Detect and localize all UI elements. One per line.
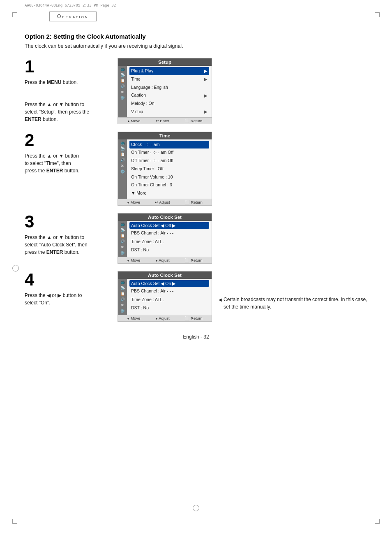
sidebar-icon-2: 📋 xyxy=(120,79,125,83)
tv-title: Setup xyxy=(118,58,212,66)
tv-menu: Plug & Play ▶ Time ▶ Language : English … xyxy=(127,66,212,117)
menu-item-label: V-chip xyxy=(131,109,143,115)
menu-item: ▼ More xyxy=(129,189,209,197)
sidebar-icon-1: 📡 xyxy=(120,228,125,232)
tv-menu: Auto Clock Set ◀ Off ▶ PBS Channel : Air… xyxy=(127,221,212,257)
menu-item-label: PBS Channel xyxy=(131,230,157,235)
step-2: 2Press the ▲ or ▼ buttonto select "Time"… xyxy=(25,132,367,206)
tv-sidebar: 📺📡📋🔊✖⚙️ xyxy=(118,279,127,315)
menu-item-value: : Air - - - xyxy=(158,288,173,293)
menu-item-label: Time xyxy=(131,76,141,83)
sidebar-icon-5: ⚙️ xyxy=(120,96,125,100)
step-left-4: 4Press the ◀ or ▶ button toselect "On". xyxy=(25,271,111,306)
sidebar-icon-5: ⚙️ xyxy=(120,251,125,255)
tv-body: 📺📡📋🔊✖⚙️ Plug & Play ▶ Time ▶ Language : … xyxy=(118,66,212,117)
corner-mark-tl xyxy=(12,12,17,17)
tv-menu: Clock - -:- - am On Timer - -:- - am Off… xyxy=(127,139,212,199)
sidebar-icon-2: 📋 xyxy=(120,292,125,296)
step-screen-3: Auto Clock Set 📺📡📋🔊✖⚙️ Auto Clock Set ◀ … xyxy=(118,213,212,264)
footer-move: ⬥ Move xyxy=(127,200,140,204)
sidebar-icon-4: ✖ xyxy=(121,304,124,307)
tv-screen: Auto Clock Set 📺📡📋🔊✖⚙️ Auto Clock Set ◀ … xyxy=(118,213,212,264)
menu-item: PBS Channel : Air - - - xyxy=(129,229,209,237)
menu-item: On Timer Volume : 10 xyxy=(129,173,209,181)
menu-item-value: : ATL. xyxy=(153,297,164,302)
menu-item-label: DST xyxy=(131,247,140,252)
sidebar-icon-1: 📡 xyxy=(120,147,125,151)
tv-sidebar: 📺📡📋🔊✖⚙️ xyxy=(118,139,127,199)
menu-item-label: Plug & Play xyxy=(131,68,153,74)
arrow-icon: ▶ xyxy=(204,109,208,115)
menu-item-label: Sleep Timer : Off xyxy=(131,166,164,172)
footer-return: ⬜ Return xyxy=(185,200,203,204)
menu-item-label: DST xyxy=(131,305,140,310)
tv-title: Auto Clock Set xyxy=(118,271,212,279)
menu-item: Melody : On xyxy=(129,100,209,108)
menu-item-label: Off Timer - -:- - am Off xyxy=(131,158,173,164)
menu-item: On Timer - -:- - am Off xyxy=(129,149,209,157)
print-mark: AA68-03644A-00Eng 6/23/05 2:33 PM Page 3… xyxy=(25,3,116,7)
arrow-icon: ▶ xyxy=(204,68,208,74)
step-screen-1: Setup 📺📡📋🔊✖⚙️ Plug & Play ▶ Time ▶ Langu… xyxy=(118,58,212,124)
tv-body: 📺📡📋🔊✖⚙️ Clock - -:- - am On Timer - -:- … xyxy=(118,139,212,199)
arrow-icon: ▶ xyxy=(204,76,208,82)
menu-item-label: On Timer Volume : 10 xyxy=(131,174,173,181)
footer-enter: ↩ Enter xyxy=(156,118,169,123)
step-left-3: 3Press the ▲ or ▼ button toselect "Auto … xyxy=(25,213,111,256)
steps-container: 1Press the MENU button.Press the ▲ or ▼ … xyxy=(25,58,367,322)
sidebar-icon-3: 🔊 xyxy=(120,85,125,88)
menu-item: Sleep Timer : Off xyxy=(129,165,209,173)
menu-item-label: Melody : On xyxy=(131,100,154,107)
section-title: Option 2: Setting the Clock Automaticall… xyxy=(25,33,367,40)
menu-item-label: On Timer - -:- - am Off xyxy=(131,149,173,156)
step-number-2: 2 xyxy=(25,132,111,149)
menu-item: Clock - -:- - am xyxy=(129,141,209,149)
step-text-2: Press the ▲ or ▼ buttonto select "Time",… xyxy=(25,152,111,174)
tv-title: Auto Clock Set xyxy=(118,213,212,221)
sidebar-icon-5: ⚙️ xyxy=(120,170,125,174)
step-number-1: 1 xyxy=(25,58,111,75)
menu-item: Time ▶ xyxy=(129,75,209,84)
menu-item-label: ▼ More xyxy=(131,190,146,197)
sidebar-icon-3: 🔊 xyxy=(120,158,125,162)
sidebar-icon-5: ⚙️ xyxy=(120,309,125,313)
menu-item-label: Caption xyxy=(131,92,146,99)
footer-move: ⬥ Move xyxy=(127,316,140,320)
step-note-4: Certain broadcasts may not transmit the … xyxy=(219,271,367,311)
corner-mark-br xyxy=(375,519,380,524)
footer-return: ⬜ Return xyxy=(184,258,202,262)
menu-item-value: : No xyxy=(141,305,149,310)
menu-item: DST : No xyxy=(129,246,209,254)
step-3: 3Press the ▲ or ▼ button toselect "Auto … xyxy=(25,213,367,264)
auto-clock-set-row: Auto Clock Set ◀ On ▶ xyxy=(129,280,209,287)
sidebar-icon-0: 📺 xyxy=(120,67,125,71)
step-left-1: 1Press the MENU button.Press the ▲ or ▼ … xyxy=(25,58,111,123)
menu-item: PBS Channel : Air - - - xyxy=(129,287,209,295)
menu-item-value: : No xyxy=(141,247,149,252)
main-content: Operation Option 2: Setting the Clock Au… xyxy=(0,0,392,356)
sidebar-icon-3: 🔊 xyxy=(120,298,125,302)
menu-item-value: : Air - - - xyxy=(158,230,173,235)
sidebar-icon-1: 📡 xyxy=(120,73,125,77)
step-text-1: Press the MENU button.Press the ▲ or ▼ b… xyxy=(25,79,111,123)
menu-item-value: : ATL. xyxy=(153,239,164,244)
circle-mark-left xyxy=(12,265,19,271)
menu-item-label: Time Zone xyxy=(131,297,152,302)
menu-item: On Timer Channel : 3 xyxy=(129,181,209,189)
step-number-3: 3 xyxy=(25,213,111,230)
sidebar-icon-0: 📺 xyxy=(120,141,125,145)
header-label: Operation xyxy=(57,14,89,19)
corner-mark-bl xyxy=(12,519,17,524)
sidebar-icon-4: ✖ xyxy=(121,246,124,249)
tv-screen: Setup 📺📡📋🔊✖⚙️ Plug & Play ▶ Time ▶ Langu… xyxy=(118,58,212,124)
step-1: 1Press the MENU button.Press the ▲ or ▼ … xyxy=(25,58,367,124)
menu-item-label: On Timer Channel : 3 xyxy=(131,182,172,188)
menu-item-label: Clock - -:- - am xyxy=(131,142,159,148)
tv-title: Time xyxy=(118,132,212,139)
corner-mark-tr xyxy=(375,12,380,17)
menu-item-label: Language : English xyxy=(131,84,168,91)
menu-item: DST : No xyxy=(129,304,209,312)
section-subtitle: The clock can be set automatically if yo… xyxy=(25,43,367,49)
sidebar-icon-4: ✖ xyxy=(121,164,124,168)
footer-return: ⬜ Return xyxy=(184,118,202,123)
